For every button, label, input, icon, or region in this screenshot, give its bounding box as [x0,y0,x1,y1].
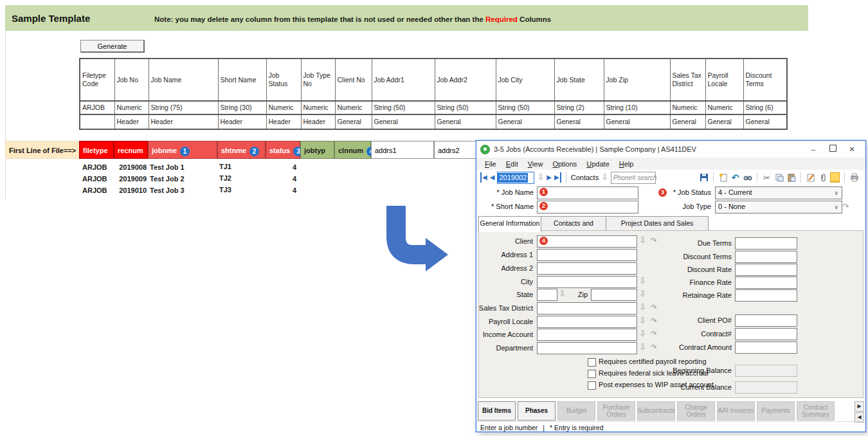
scroll-right-icon[interactable]: ▶ [854,401,864,412]
col-format[interactable]: General [372,114,435,129]
wip-asset-checkbox[interactable] [588,381,596,390]
address2-input[interactable] [537,262,637,275]
edit-icon[interactable] [806,173,815,183]
menu-update[interactable]: Update [586,160,609,168]
client-input[interactable] [537,235,637,248]
data-cell[interactable]: TJ1 [219,161,231,172]
col-header[interactable]: Payroll Locale [705,59,743,101]
cut-icon[interactable]: ✂ [762,173,772,183]
col-format[interactable]: Header [114,114,149,129]
finance-rate-input[interactable] [735,277,797,289]
col-format[interactable]: Header [218,114,266,129]
col-format[interactable]: General [705,114,743,129]
paste-icon[interactable] [786,173,796,183]
tab-general-information[interactable]: General Information [478,216,541,232]
phases-button[interactable]: Phases [518,401,556,421]
col-type[interactable]: String (30) [218,101,266,114]
cell-clnnum[interactable]: clnnum4 [334,141,371,159]
data-cell[interactable]: ARJOB [82,185,107,195]
minimize-button[interactable]: – [804,143,823,156]
col-type[interactable]: Numeric [114,101,149,114]
retainage-rate-input[interactable] [735,289,797,302]
col-type[interactable]: ARJOB [80,101,114,114]
col-header[interactable]: Client No [335,59,372,101]
certified-payroll-checkbox[interactable] [588,358,596,367]
short-name-input[interactable] [537,201,638,213]
col-type[interactable]: String (50) [435,101,496,114]
data-cell[interactable]: 2019010 [114,185,147,195]
col-header[interactable]: Sales Tax District [670,59,705,101]
col-format[interactable] [80,114,114,129]
generate-button[interactable]: Generate [80,40,145,53]
copy-icon[interactable] [774,173,784,183]
col-type[interactable]: Numeric [705,101,743,114]
col-format[interactable]: General [554,114,604,129]
data-cell[interactable]: 4 [266,174,296,184]
maximize-button[interactable] [823,143,842,156]
data-cell[interactable]: ARJOB [82,174,107,184]
job-name-input[interactable] [537,186,638,199]
close-button[interactable]: ✕ [842,143,862,156]
income-account-input[interactable] [537,329,637,341]
find-icon[interactable] [743,173,752,183]
job-number-input[interactable]: 2019002 [497,172,534,184]
col-type[interactable]: Numeric [670,101,705,114]
col-format[interactable]: General [335,114,372,129]
menu-file[interactable]: File [485,160,496,168]
data-cell[interactable]: Test Job 3 [150,185,185,195]
data-cell[interactable]: 4 [266,162,296,172]
col-header[interactable]: Job Addr2 [435,59,496,101]
state-input[interactable] [537,289,557,301]
contract-amount-input[interactable] [735,341,797,354]
discount-rate-input[interactable] [735,264,797,276]
income-account-lookup-icon[interactable]: ⇩ [639,329,646,338]
contacts-lookup-icon[interactable]: ⇩ [601,173,608,182]
col-type[interactable]: String (50) [372,101,435,114]
col-format[interactable]: General [496,114,554,129]
cell-recnum[interactable]: recnum [114,141,148,159]
col-header[interactable]: Job Addr1 [372,59,435,101]
col-format[interactable]: General [604,114,670,129]
data-cell[interactable]: 2019009 [114,174,147,184]
col-type[interactable]: String (75) [149,101,218,114]
data-cell[interactable]: 2019008 [114,162,147,172]
col-header[interactable]: Job City [496,59,554,101]
client-lookup-icon[interactable]: ⇩ [639,236,646,245]
menu-view[interactable]: View [528,160,543,168]
col-type[interactable]: Numeric [301,101,335,114]
job-status-dropdown[interactable]: 4 - Current∨ [715,186,842,199]
data-cell[interactable]: TJ3 [219,185,231,195]
department-lookup-icon[interactable]: ⇩ [639,343,646,352]
city-input[interactable] [537,276,637,288]
bid-items-button[interactable]: Bid Items [478,401,516,421]
col-format[interactable]: Header [301,114,335,129]
col-header[interactable]: Job No [114,59,149,101]
col-header[interactable]: Job State [554,59,604,101]
discount-terms-input[interactable] [735,251,797,263]
col-header[interactable]: Short Name [218,59,266,101]
col-header[interactable]: Job Type No [301,59,335,101]
cell-filetype[interactable]: filetype [79,141,114,159]
col-header[interactable]: Job Name [149,59,218,101]
cell-jobnme[interactable]: jobnme1 [148,141,217,159]
menu-edit[interactable]: Edit [506,160,518,168]
client-po-input[interactable] [735,314,797,327]
sales-tax-lookup-icon[interactable]: ⇩ [639,303,646,312]
col-type[interactable]: String (6) [743,101,787,114]
col-type[interactable]: Numeric [335,101,372,114]
menu-help[interactable]: Help [619,160,634,168]
phone-search-input[interactable]: Phone# search [611,172,656,184]
col-format[interactable]: Header [266,114,301,129]
data-cell[interactable]: Test Job 1 [150,162,185,172]
col-type[interactable]: String (50) [496,101,554,114]
previous-record-icon[interactable]: ◀ [490,172,495,183]
col-type[interactable]: String (2) [554,101,604,114]
notes-icon[interactable] [830,173,840,183]
zip-input[interactable] [591,289,637,301]
col-format[interactable]: General [743,114,787,129]
cell-shtnme[interactable]: shtnme2 [217,141,266,159]
col-type[interactable]: String (10) [604,101,670,114]
payroll-locale-lookup-icon[interactable]: ⇩ [639,316,646,325]
last-record-icon[interactable]: ▶ [554,172,561,183]
new-record-icon[interactable] [718,173,728,183]
